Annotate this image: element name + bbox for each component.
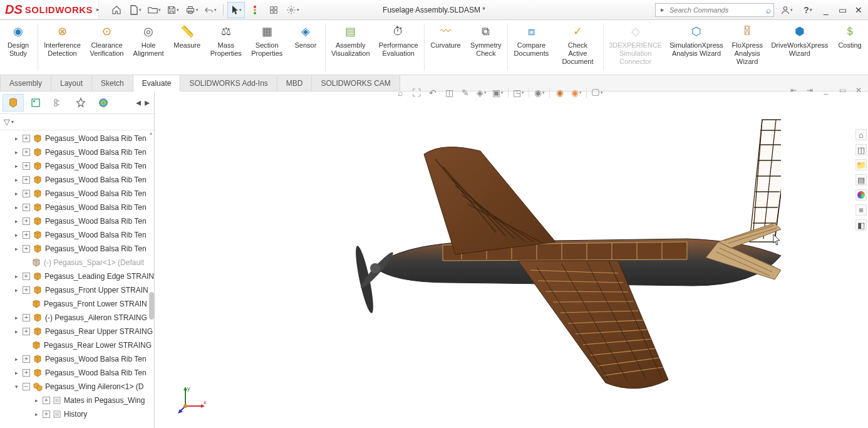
model-view[interactable] — [267, 98, 781, 399]
tree-caret[interactable]: ▸ — [15, 328, 21, 335]
tree-expand-icon[interactable]: + — [23, 176, 30, 184]
tree-expand-icon[interactable]: + — [23, 314, 30, 321]
search-commands[interactable]: ▸ ⌕ — [655, 3, 774, 17]
tree-caret[interactable]: ▾ — [15, 384, 21, 390]
tree-caret[interactable]: ▸ — [15, 370, 21, 376]
taskpane-resources-icon[interactable]: ◫ — [855, 144, 867, 155]
app-logo[interactable]: DS SOLIDWORKS ▸ — [0, 0, 99, 19]
graphics-viewport[interactable]: ⌕ ⛶ ↶ ◫ ✎ ◈▾ ▣▾ ◳▾ ◉▾ ◉ ◉▾ 🖵▾ ⇤ ⇥ _ ▭ ✕ … — [155, 91, 868, 428]
ribbon-mass[interactable]: ⚖MassProperties — [205, 20, 246, 75]
tree-expand-icon[interactable]: + — [23, 135, 30, 142]
tree-caret[interactable]: ▸ — [15, 135, 21, 142]
tree-item[interactable]: ▸+Pegasus_Wood Balsa Rib Ten — [0, 352, 154, 366]
tab-solidworks-add-ins[interactable]: SOLIDWORKS Add-Ins — [180, 75, 277, 91]
tree-caret[interactable]: ▸ — [15, 191, 21, 197]
tree-expand-icon[interactable]: + — [23, 231, 30, 239]
new-button[interactable]: ▾ — [127, 2, 144, 18]
tree-caret[interactable]: ▸ — [15, 218, 21, 224]
tab-layout[interactable]: Layout — [51, 75, 92, 91]
tree-item[interactable]: ▸+Pegasus_Rear Upper STRAING — [0, 325, 154, 338]
ribbon-sensor[interactable]: ◈Sensor — [287, 20, 324, 75]
open-button[interactable]: ▾ — [145, 2, 163, 18]
print-button[interactable]: ▾ — [183, 2, 200, 18]
ribbon-clearance[interactable]: ⊙ClearanceVerification — [85, 20, 128, 75]
tree-caret[interactable]: ▸ — [15, 163, 21, 169]
tree-item[interactable]: ▸+History — [0, 407, 154, 421]
ribbon-section[interactable]: ▦SectionProperties — [246, 20, 287, 75]
ribbon-simulationxpress[interactable]: ⬡SimulationXpressAnalysis Wizard — [666, 20, 727, 75]
tree-caret[interactable]: ▸ — [15, 273, 21, 279]
ribbon-curvature[interactable]: 〰Curvature — [426, 20, 466, 75]
tree-expand-icon[interactable]: + — [23, 286, 30, 294]
tree-item[interactable]: Pegasus_Front Lower STRAIN — [0, 297, 154, 311]
vp-close[interactable]: ✕ — [852, 84, 865, 97]
tree-expand-icon[interactable]: + — [43, 410, 50, 418]
vp-collapse-left[interactable]: ⇤ — [787, 84, 800, 97]
restore-button[interactable]: ▭ — [837, 5, 848, 15]
home-button[interactable] — [108, 2, 125, 18]
tree-expand-icon[interactable]: + — [23, 369, 30, 377]
tree-caret[interactable]: ▸ — [35, 397, 41, 404]
tree-expand-icon[interactable]: + — [23, 204, 30, 211]
tab-evaluate[interactable]: Evaluate — [133, 75, 181, 91]
minimize-button[interactable]: _ — [820, 5, 832, 15]
ribbon-interference[interactable]: ⊗InterferenceDetection — [39, 20, 85, 75]
tree-expand-icon[interactable]: + — [23, 162, 30, 170]
select-button[interactable]: ▾ — [227, 2, 245, 18]
configuration-tab[interactable] — [48, 94, 69, 112]
tree-expand-icon[interactable]: + — [23, 190, 30, 197]
tab-solidworks-cam[interactable]: SOLIDWORKS CAM — [312, 75, 400, 91]
tree-item[interactable]: ▸+Pegasus_Wood Balsa Rib Ten — [0, 228, 154, 242]
scroll-up-arrow[interactable]: ▴ — [148, 130, 154, 138]
tree-item[interactable]: ▸+Pegasus_Wood Balsa Rib Ten — [0, 145, 154, 159]
tree-item[interactable]: ▸+(-) Pegasus_Aileron STRAING — [0, 311, 154, 325]
app-menu-caret[interactable]: ▸ — [96, 6, 100, 13]
vp-maximize[interactable]: ▭ — [835, 84, 849, 97]
panel-nav-right[interactable]: ▸ — [143, 94, 152, 112]
tree-expand-icon[interactable]: + — [23, 273, 30, 280]
taskpane-explorer-icon[interactable]: ▤ — [855, 174, 867, 185]
tree-caret[interactable]: ▸ — [15, 232, 21, 238]
taskpane-custom-icon[interactable]: ◧ — [855, 219, 867, 231]
feature-tree[interactable]: ▸+Pegasus_Wood Balsa Rib Ten▸+Pegasus_Wo… — [0, 130, 154, 428]
tree-expand-icon[interactable]: + — [23, 217, 30, 225]
feature-tree-tab[interactable] — [3, 94, 24, 112]
ribbon-driveworksxpress[interactable]: ⬢DriveWorksXpressWizard — [768, 20, 832, 75]
ribbon-costing[interactable]: ＄Costing — [832, 20, 868, 75]
taskpane-home-icon[interactable]: ⌂ — [855, 129, 867, 140]
tree-caret[interactable]: ▸ — [15, 204, 21, 211]
property-manager-tab[interactable] — [25, 94, 46, 112]
tree-scrollbar-thumb[interactable] — [149, 292, 154, 320]
ribbon-measure[interactable]: 📏Measure — [168, 20, 205, 75]
help-button[interactable]: ?▾ — [799, 2, 817, 18]
taskpane-library-icon[interactable]: 📁 — [855, 159, 867, 170]
tree-caret[interactable]: ▸ — [15, 287, 21, 293]
tree-item[interactable]: (-) Pegasus_Spar<1> (Default — [0, 256, 154, 269]
rebuild-button[interactable] — [246, 2, 264, 18]
tree-item[interactable]: ▾−Pegasus_Wing Aileron<1> (D — [0, 380, 154, 394]
ribbon-performance[interactable]: ⏱PerformanceEvaluation — [375, 20, 423, 75]
tree-caret[interactable]: ▸ — [15, 315, 21, 321]
vp-minimize[interactable]: _ — [819, 84, 833, 97]
display-tab[interactable] — [93, 94, 114, 112]
tree-item[interactable]: ▸+Pegasus_Wood Balsa Rib Ten — [0, 173, 154, 187]
ribbon-check-active[interactable]: ✓Check ActiveDocument — [554, 20, 602, 75]
ribbon-symmetry[interactable]: ⧉SymmetryCheck — [465, 20, 506, 75]
ribbon-design[interactable]: ◉DesignStudy — [0, 20, 36, 75]
tree-caret[interactable]: ▸ — [15, 149, 21, 155]
search-icon[interactable]: ⌕ — [766, 5, 771, 15]
options-button[interactable] — [265, 2, 282, 18]
taskpane-appearances-icon[interactable]: ≡ — [855, 204, 867, 216]
vp-collapse-right[interactable]: ⇥ — [803, 84, 817, 97]
ribbon-compare[interactable]: ⧈CompareDocuments — [509, 20, 553, 75]
search-input[interactable] — [667, 6, 766, 14]
settings-button[interactable]: ▾ — [284, 2, 301, 18]
view-triad[interactable]: y x — [176, 384, 207, 415]
tab-sketch[interactable]: Sketch — [92, 75, 133, 91]
tree-caret[interactable]: ▸ — [15, 246, 21, 252]
tree-expand-icon[interactable]: + — [43, 397, 50, 404]
undo-button[interactable]: ▾ — [202, 2, 219, 18]
tree-expand-icon[interactable]: + — [23, 149, 30, 156]
tree-expand-icon[interactable]: − — [23, 383, 30, 390]
save-button[interactable]: ▾ — [164, 2, 182, 18]
